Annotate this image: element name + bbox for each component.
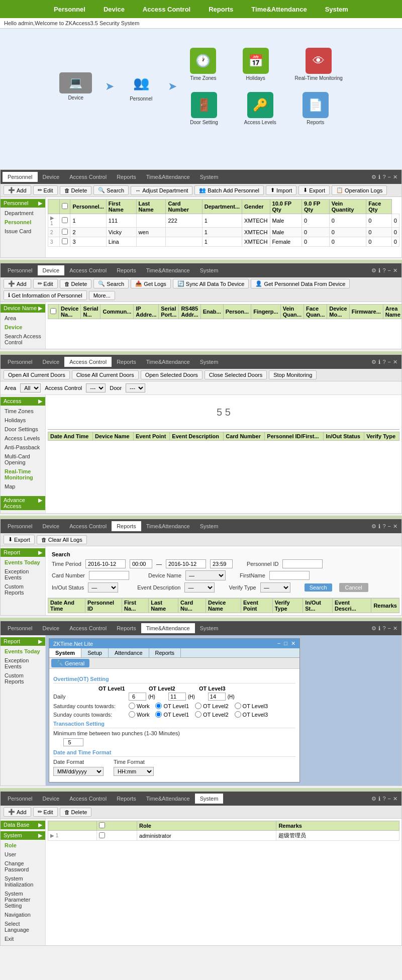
info-icon[interactable]: ℹ xyxy=(378,359,380,365)
delete-btn[interactable]: 🗑 Delete xyxy=(60,279,92,288)
col-devname[interactable]: Device Name xyxy=(93,432,134,441)
op-logs-btn[interactable]: 📋 Operation Logs xyxy=(332,185,387,195)
col-datetime[interactable]: Date And Time xyxy=(48,599,85,613)
col-role[interactable]: Role xyxy=(137,821,276,831)
col-remarks[interactable]: Remarks xyxy=(371,599,399,613)
nav-ta[interactable]: Time&Attendance xyxy=(141,265,195,275)
nav-device-tab[interactable]: Device xyxy=(38,172,65,182)
sidebar-multi-card[interactable]: Multi-Card Opening xyxy=(1,452,45,467)
nav-ac[interactable]: Access Control xyxy=(64,357,112,367)
sidebar-exception-events[interactable]: Exception Events xyxy=(1,567,45,582)
sidebar-timezones[interactable]: Time Zones xyxy=(1,407,45,416)
nav-d[interactable]: Device xyxy=(38,265,65,275)
sidebar-navigation[interactable]: Navigation xyxy=(1,910,45,919)
col-verify[interactable]: Verify Type xyxy=(364,432,399,441)
edit-btn[interactable]: ✏ Edit xyxy=(33,185,58,195)
close-selected-btn[interactable]: Close Selected Doors xyxy=(205,370,267,379)
sidebar-access-levels[interactable]: Access Levels xyxy=(1,434,45,443)
import-btn[interactable]: ⬆ Import xyxy=(266,185,296,195)
minus-icon[interactable]: − xyxy=(388,174,391,180)
sidebar-custom[interactable]: Custom Reports xyxy=(1,671,45,686)
close-icon[interactable]: ✕ xyxy=(393,523,397,530)
row-check[interactable] xyxy=(62,229,68,235)
col-vein[interactable]: Vein Quan... xyxy=(280,305,304,319)
nav-d[interactable]: Device xyxy=(38,521,65,531)
delete-btn[interactable]: 🗑 Delete xyxy=(60,186,92,195)
close-icon[interactable]: ✕ xyxy=(393,359,397,365)
workflow-access[interactable]: 🔑 Access Levels xyxy=(244,92,276,125)
sidebar-issue-card[interactable]: Issue Card xyxy=(1,227,45,236)
help-icon[interactable]: ? xyxy=(382,796,385,802)
dialog-tab-system[interactable]: System xyxy=(49,648,81,657)
sat-work[interactable] xyxy=(129,703,135,709)
sidebar-exit[interactable]: Exit xyxy=(1,934,45,943)
nav-s[interactable]: System xyxy=(195,521,224,531)
select-all[interactable] xyxy=(99,822,105,828)
col-lastname[interactable]: Last Name xyxy=(149,599,178,613)
first-name-input[interactable] xyxy=(269,571,310,580)
sat-ot1[interactable] xyxy=(155,703,162,709)
col-finger[interactable]: Fingerp... xyxy=(251,305,281,319)
nav-ta[interactable]: Time&Attendance xyxy=(141,521,195,531)
col-personnelid[interactable]: Personnel ID xyxy=(85,599,122,613)
area-select[interactable]: All xyxy=(20,383,41,393)
time-to-time[interactable] xyxy=(210,559,233,568)
nav-d[interactable]: Device xyxy=(38,623,65,633)
sidebar-exception[interactable]: Exception Events xyxy=(1,656,45,671)
nav-p[interactable]: Personnel xyxy=(3,265,38,275)
col-person[interactable]: Person... xyxy=(223,305,251,319)
sun-ot1[interactable] xyxy=(155,711,162,718)
sidebar-role[interactable]: Role xyxy=(1,841,45,850)
row-check[interactable] xyxy=(62,217,68,223)
col-inout[interactable]: In/Out Status xyxy=(324,432,364,441)
nav-system[interactable]: System xyxy=(316,6,357,13)
nav-ac[interactable]: Access Control xyxy=(64,623,112,633)
sidebar-sys-param[interactable]: System Parameter Setting xyxy=(1,889,45,910)
delete-btn[interactable]: 🗑 Delete xyxy=(60,808,92,817)
minus-icon[interactable]: − xyxy=(388,359,391,365)
sidebar-events-today[interactable]: Events Today xyxy=(1,558,45,567)
export-btn[interactable]: ⬇ Export xyxy=(4,535,35,544)
time-from-input[interactable] xyxy=(85,559,126,568)
nav-r[interactable]: Reports xyxy=(112,265,141,275)
time-format-select[interactable]: HH:mm xyxy=(114,767,154,776)
col-lastname[interactable]: Last Name xyxy=(136,200,166,214)
nav-reports-tab[interactable]: Reports xyxy=(112,172,141,182)
sidebar-map[interactable]: Map xyxy=(1,482,45,491)
nav-personnel[interactable]: Personnel xyxy=(45,6,94,13)
info-icon[interactable]: ℹ xyxy=(378,523,380,530)
col-devname[interactable]: Device Name xyxy=(206,599,241,613)
table-row[interactable]: 2 2Vickywen1XMTECHMale0000 xyxy=(48,228,399,237)
table-row[interactable]: 3 3Lina1XMTECHFemale0000 xyxy=(48,237,399,247)
ot-daily-1[interactable] xyxy=(129,693,146,701)
col-firm[interactable]: Firmware... xyxy=(349,305,383,319)
nav-system-tab[interactable]: System xyxy=(195,172,224,182)
ac-sidebar-section[interactable]: Access ▶ xyxy=(1,397,45,406)
sidebar-door-settings[interactable]: Door Settings xyxy=(1,425,45,434)
col-cardnum[interactable]: Card Number xyxy=(224,432,265,441)
sun-ot2[interactable] xyxy=(195,711,202,718)
ot-daily-3[interactable] xyxy=(208,693,226,701)
nav-ta[interactable]: Time&Attendance xyxy=(141,794,195,804)
settings-icon[interactable]: ⚙ xyxy=(371,625,376,632)
nav-ac[interactable]: Access Control xyxy=(64,521,112,531)
nav-p[interactable]: Personnel xyxy=(3,623,38,633)
dialog-tab-setup[interactable]: Setup xyxy=(81,648,109,657)
nav-ta[interactable]: Time&Attendance xyxy=(141,357,195,367)
sidebar-user[interactable]: User xyxy=(1,850,45,859)
more-btn[interactable]: More... xyxy=(89,291,115,300)
col-id[interactable]: Personnel... xyxy=(70,200,106,214)
sidebar-device[interactable]: Device xyxy=(1,323,45,332)
search-cancel-btn[interactable]: Cancel xyxy=(339,583,368,592)
nav-reports[interactable]: Reports xyxy=(199,6,242,13)
help-icon[interactable]: ? xyxy=(382,523,385,530)
settings-icon[interactable]: ⚙ xyxy=(371,174,376,180)
settings-icon[interactable]: ⚙ xyxy=(371,359,376,365)
nav-ta[interactable]: Time&Attendance xyxy=(141,623,195,633)
min-time-input[interactable] xyxy=(63,738,83,746)
col-ip[interactable]: IP Addre... xyxy=(134,305,159,319)
edit-btn[interactable]: ✏ Edit xyxy=(33,279,58,288)
sidebar-sys-init[interactable]: System Initialization xyxy=(1,874,45,889)
settings-icon[interactable]: ⚙ xyxy=(371,267,376,274)
nav-p[interactable]: Personnel xyxy=(3,357,38,367)
